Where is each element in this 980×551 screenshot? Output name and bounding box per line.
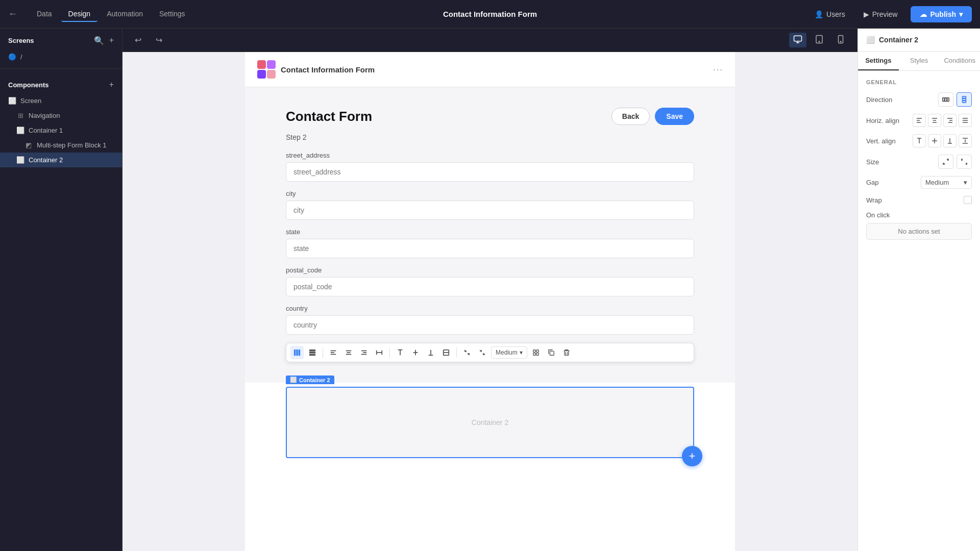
field-input-postal-code[interactable] bbox=[286, 277, 694, 296]
direction-vertical-button[interactable] bbox=[957, 92, 972, 107]
ft-spacer-icon[interactable] bbox=[373, 346, 386, 359]
on-click-button[interactable]: No actions set bbox=[866, 223, 972, 240]
rp-tab-conditions[interactable]: Conditions bbox=[939, 52, 980, 70]
ft-copy-icon[interactable] bbox=[545, 346, 558, 359]
ft-rows-icon[interactable] bbox=[306, 346, 319, 359]
canvas-scroll[interactable]: Contact Information Form ⋯ Contact Form … bbox=[122, 52, 857, 551]
direction-horizontal-button[interactable] bbox=[938, 92, 953, 107]
gap-dropdown[interactable]: Medium ▾ bbox=[921, 176, 972, 189]
ft-align-left-icon[interactable] bbox=[327, 346, 340, 359]
tab-automation[interactable]: Automation bbox=[100, 7, 150, 22]
size-shrink-button[interactable] bbox=[938, 155, 953, 169]
size-expand-button[interactable] bbox=[957, 155, 972, 169]
field-label-postal-code: postal_code bbox=[286, 266, 694, 274]
rp-tab-settings[interactable]: Settings bbox=[858, 52, 899, 70]
view-tablet-button[interactable] bbox=[811, 33, 828, 47]
screens-add-icon[interactable]: + bbox=[109, 36, 114, 45]
view-desktop-button[interactable] bbox=[789, 33, 806, 47]
sidebar-item-screen[interactable]: ⬜ Screen bbox=[0, 93, 122, 108]
ft-align-center-icon[interactable] bbox=[342, 346, 355, 359]
sidebar-item-navigation[interactable]: ⊞ Navigation bbox=[0, 108, 122, 123]
view-mobile-button[interactable] bbox=[832, 33, 849, 47]
ft-align-right-icon[interactable] bbox=[357, 346, 371, 359]
form-title: Contact Form bbox=[286, 109, 372, 124]
container2-box[interactable]: Container 2 + bbox=[286, 387, 694, 458]
app-logo: Contact Information Form bbox=[257, 60, 375, 79]
preview-button[interactable]: ▶ Preview bbox=[859, 7, 903, 21]
tab-design[interactable]: Design bbox=[61, 7, 98, 22]
dots-menu-button[interactable]: ⋯ bbox=[713, 63, 723, 76]
field-input-country[interactable] bbox=[286, 315, 694, 335]
preview-label: Preview bbox=[872, 10, 898, 18]
svg-rect-32 bbox=[536, 350, 538, 352]
horiz-align-right-button[interactable] bbox=[943, 114, 957, 127]
ft-expand-icon[interactable] bbox=[476, 346, 489, 359]
screens-section-header: Screens 🔍 + bbox=[0, 29, 122, 49]
field-input-city[interactable] bbox=[286, 201, 694, 220]
root-icon: 🔵 bbox=[8, 53, 16, 61]
vert-align-center-button[interactable] bbox=[928, 134, 941, 147]
back-button[interactable]: ← bbox=[8, 9, 17, 19]
step-label: Step 2 bbox=[286, 133, 694, 141]
right-panel: ⬜ Container 2 Settings Styles Conditions… bbox=[857, 29, 980, 551]
horiz-align-center-button[interactable] bbox=[928, 114, 941, 127]
tab-settings[interactable]: Settings bbox=[152, 7, 192, 22]
svg-rect-33 bbox=[533, 353, 535, 355]
sidebar-item-container2[interactable]: ⬜ Container 2 bbox=[0, 153, 122, 167]
gap-value: Medium bbox=[925, 179, 949, 186]
undo-button[interactable]: ↩ bbox=[131, 33, 145, 47]
ft-align-top-icon[interactable] bbox=[394, 346, 407, 359]
screens-search-icon[interactable]: 🔍 bbox=[94, 36, 104, 45]
multistep-label: Multi-step Form Block 1 bbox=[37, 141, 107, 149]
field-group-postal-code: postal_code bbox=[286, 266, 694, 296]
gap-chevron-icon: ▾ bbox=[964, 179, 967, 186]
tab-data[interactable]: Data bbox=[30, 7, 59, 22]
topbar-right: 👤 Users ▶ Preview ☁ Publish ▾ bbox=[810, 6, 972, 22]
wrap-checkbox[interactable] bbox=[964, 196, 972, 204]
ft-delete-icon[interactable] bbox=[560, 346, 573, 359]
floating-toolbar: Medium ▾ bbox=[286, 343, 694, 362]
field-label-country: country bbox=[286, 305, 694, 312]
vert-align-bottom-button[interactable] bbox=[943, 134, 957, 147]
users-button[interactable]: 👤 Users bbox=[810, 7, 850, 21]
app-title: Contact Information Form bbox=[281, 65, 375, 74]
ft-grid-icon[interactable] bbox=[529, 346, 543, 359]
topbar: ← Data Design Automation Settings Contac… bbox=[0, 0, 980, 29]
redo-button[interactable]: ↪ bbox=[152, 33, 166, 47]
topbar-title: Contact Information Form bbox=[443, 10, 537, 18]
publish-button[interactable]: ☁ Publish ▾ bbox=[911, 6, 972, 22]
form-area: Contact Form Back Save Step 2 street_add… bbox=[245, 87, 735, 383]
horiz-align-left-button[interactable] bbox=[913, 114, 926, 127]
svg-point-2 bbox=[819, 41, 820, 42]
ft-align-bottom-icon[interactable] bbox=[424, 346, 437, 359]
ft-shrink-icon[interactable] bbox=[460, 346, 474, 359]
ft-columns-icon[interactable] bbox=[290, 346, 304, 359]
field-input-state[interactable] bbox=[286, 239, 694, 258]
save-button[interactable]: Save bbox=[655, 108, 694, 125]
ft-stretch-icon[interactable] bbox=[439, 346, 453, 359]
navigation-label: Navigation bbox=[29, 112, 60, 119]
sidebar-item-container1[interactable]: ⬜ Container 1 bbox=[0, 123, 122, 138]
logo-sq4 bbox=[267, 70, 276, 79]
vert-align-stretch-button[interactable] bbox=[959, 134, 972, 147]
horiz-align-stretch-button[interactable] bbox=[959, 114, 972, 127]
ft-align-middle-icon[interactable] bbox=[409, 346, 422, 359]
ft-gap-dropdown[interactable]: Medium ▾ bbox=[491, 346, 527, 359]
preview-icon: ▶ bbox=[864, 10, 869, 18]
wrap-row: Wrap bbox=[866, 196, 972, 204]
sidebar-item-multistep[interactable]: ◩ Multi-step Form Block 1 bbox=[0, 138, 122, 153]
back-button[interactable]: Back bbox=[611, 108, 650, 125]
rp-tab-styles[interactable]: Styles bbox=[899, 52, 940, 70]
vert-align-top-button[interactable] bbox=[913, 134, 926, 147]
canvas-area: ↩ ↪ bbox=[122, 29, 857, 551]
sidebar-item-root[interactable]: 🔵 / bbox=[0, 49, 122, 64]
field-input-street-address[interactable] bbox=[286, 162, 694, 182]
components-section-header: Components + bbox=[0, 73, 122, 93]
logo-sq1 bbox=[257, 60, 266, 69]
components-add-icon[interactable]: + bbox=[109, 80, 114, 89]
svg-rect-37 bbox=[945, 98, 947, 102]
container2-add-button[interactable]: + bbox=[682, 446, 702, 466]
horiz-align-row: Horiz. align bbox=[866, 114, 972, 127]
logo-icon bbox=[257, 60, 276, 79]
sidebar-divider bbox=[0, 68, 122, 69]
